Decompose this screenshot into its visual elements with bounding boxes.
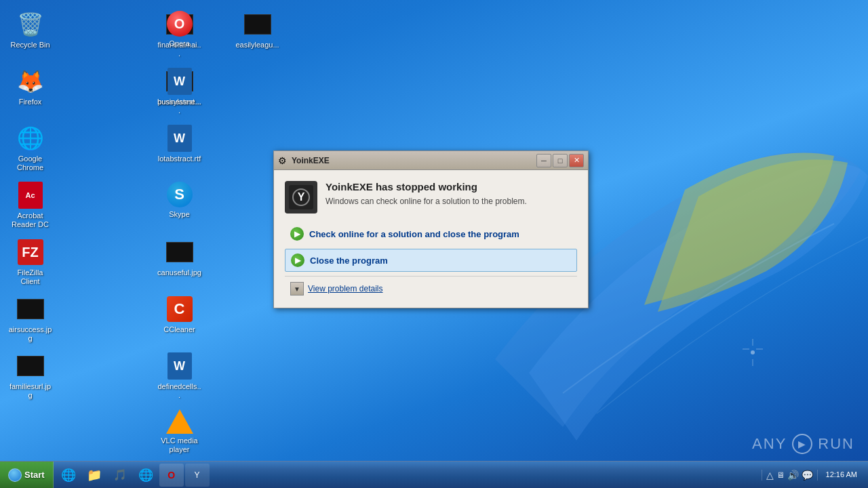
dialog-titlebar[interactable]: ⚙ YoinkEXE ─ □ ✕ bbox=[274, 151, 588, 170]
acrobat-icon: Ac bbox=[17, 182, 44, 209]
tray-msg-icon[interactable]: 💬 bbox=[802, 470, 813, 481]
taskbar-yoink[interactable]: Y bbox=[185, 464, 210, 487]
dialog-header: Y YoinkEXE has stopped working Windows c… bbox=[285, 181, 577, 214]
dialog-header-text: YoinkEXE has stopped working Windows can… bbox=[326, 181, 527, 206]
icon-firefox[interactable]: 🦊 Firefox bbox=[5, 65, 56, 119]
svg-point-0 bbox=[751, 350, 755, 354]
opera-label: Opera bbox=[169, 39, 190, 48]
vlc-label: VLC media player bbox=[157, 436, 202, 454]
action2-arrow-icon: ▶ bbox=[291, 253, 304, 267]
familiesurl-icon bbox=[17, 352, 44, 380]
tray-network-icon[interactable]: 🖥 bbox=[776, 470, 785, 480]
action1-arrow-icon: ▶ bbox=[290, 227, 304, 241]
icon-acrobat[interactable]: Ac Acrobat Reader DC bbox=[5, 179, 56, 233]
definedcells-icon bbox=[166, 352, 193, 380]
clock-time: 12:16 AM bbox=[826, 470, 857, 480]
easilyleagu-label: easilyleagu... bbox=[235, 41, 279, 49]
icon-recycle-bin[interactable]: 🗑️ Recycle Bin bbox=[5, 8, 56, 62]
tray-volume-icon[interactable]: 🔊 bbox=[787, 470, 799, 481]
taskbar-explorer[interactable]: 📁 bbox=[82, 464, 106, 487]
close-button[interactable]: ✕ bbox=[569, 154, 584, 167]
firefox-icon: 🦊 bbox=[17, 68, 44, 95]
opera-icon: O bbox=[167, 11, 193, 37]
taskbar-ie[interactable]: 🌐 bbox=[56, 464, 81, 487]
chrome-icon: 🌐 bbox=[17, 125, 44, 152]
ie-icon: 🌐 bbox=[61, 468, 76, 483]
action2-text: Close the program bbox=[310, 256, 388, 266]
vlc-icon bbox=[166, 409, 193, 434]
taskbar-chrome-icon: 🌐 bbox=[138, 468, 153, 483]
chrome-label: Google Chrome bbox=[7, 155, 53, 172]
dialog-title-icon: ⚙ bbox=[278, 155, 289, 166]
filezilla-icon: FZ bbox=[17, 239, 44, 266]
action1-text: Check online for a solution and close th… bbox=[309, 229, 519, 239]
icon-opera[interactable]: O Opera bbox=[154, 8, 205, 62]
icon-ccleaner[interactable]: C CCleaner bbox=[154, 293, 205, 347]
dialog-title-text: YoinkEXE bbox=[292, 156, 534, 165]
start-label: Start bbox=[24, 470, 45, 480]
skype-icon: S bbox=[167, 182, 193, 207]
taskbar-items: 🌐 📁 🎵 🌐 O Y bbox=[54, 462, 212, 488]
taskbar-opera-icon: O bbox=[167, 470, 175, 481]
icon-easilyleagu[interactable]: easilyleagu... bbox=[232, 8, 283, 62]
desktop: 🗑️ Recycle Bin Ac Acrobat Reader DC fami… bbox=[0, 0, 868, 488]
acrobat-label: Acrobat Reader DC bbox=[7, 211, 53, 229]
svg-text:Y: Y bbox=[298, 191, 305, 203]
problem-details-text: View problem details bbox=[308, 284, 383, 293]
dialog-content: Y YoinkEXE has stopped working Windows c… bbox=[274, 170, 588, 308]
minimize-button[interactable]: ─ bbox=[536, 154, 551, 167]
ccleaner-icon: C bbox=[166, 296, 193, 323]
icon-chrome[interactable]: 🌐 Google Chrome bbox=[5, 122, 56, 176]
icon-definedcells[interactable]: definedcells... bbox=[154, 350, 205, 404]
explorer-icon: 📁 bbox=[87, 468, 102, 483]
ccleaner-label: CCleaner bbox=[163, 325, 195, 334]
skype-label: Skype bbox=[169, 210, 190, 219]
error-app-icon: Y bbox=[285, 181, 317, 214]
icon-familiesurl[interactable]: familiesurl.jpg bbox=[5, 350, 56, 404]
canuseful-label: canuseful.jpg bbox=[157, 268, 201, 277]
taskbar-yoink-icon: Y bbox=[195, 470, 200, 480]
tray-icons: △ 🖥 🔊 💬 bbox=[762, 470, 818, 481]
taskbar-chrome[interactable]: 🌐 bbox=[134, 464, 158, 487]
icon-canuseful[interactable]: canuseful.jpg bbox=[154, 236, 205, 290]
recycle-bin-label: Recycle Bin bbox=[10, 41, 50, 49]
businessne-icon bbox=[166, 68, 193, 95]
icon-skype[interactable]: S Skype bbox=[154, 179, 205, 233]
icon-airsuccess[interactable]: airsuccess.jpg bbox=[5, 293, 56, 347]
dialog-description: Windows can check online for a solution … bbox=[326, 197, 527, 206]
taskbar: Start 🌐 📁 🎵 🌐 O Y △ bbox=[0, 461, 868, 488]
start-button[interactable]: Start bbox=[0, 462, 54, 489]
icon-vlc[interactable]: VLC media player bbox=[154, 407, 205, 461]
recycle-bin-icon: 🗑️ bbox=[17, 11, 44, 38]
anyrun-text: ANY bbox=[752, 435, 787, 453]
expand-icon[interactable]: ▼ bbox=[290, 282, 304, 296]
start-orb-icon bbox=[8, 468, 22, 482]
icon-businessne[interactable]: businessne... bbox=[154, 65, 205, 119]
canuseful-icon bbox=[166, 239, 193, 266]
anyrun-watermark: ANY ▶ RUN bbox=[752, 434, 854, 454]
filezilla-label: FileZilla Client bbox=[7, 268, 53, 286]
clock[interactable]: 12:16 AM bbox=[821, 470, 863, 480]
airsuccess-icon bbox=[17, 296, 44, 323]
airsuccess-label: airsuccess.jpg bbox=[7, 325, 53, 343]
familiesurl-label: familiesurl.jpg bbox=[7, 382, 53, 400]
action-check-online[interactable]: ▶ Check online for a solution and close … bbox=[285, 223, 577, 245]
icon-lotabstract[interactable]: lotabstract.rtf bbox=[154, 122, 205, 176]
icon-filezilla[interactable]: FZ FileZilla Client bbox=[5, 236, 56, 290]
taskbar-opera[interactable]: O bbox=[159, 464, 184, 487]
media-icon: 🎵 bbox=[113, 468, 127, 481]
view-problem-details[interactable]: ▼ View problem details bbox=[285, 276, 577, 300]
anyrun-play-icon: ▶ bbox=[792, 434, 812, 454]
tray-arrow-icon[interactable]: △ bbox=[766, 470, 774, 481]
maximize-button[interactable]: □ bbox=[553, 154, 568, 167]
anyrun-run-text: RUN bbox=[818, 435, 854, 453]
action-close-program[interactable]: ▶ Close the program bbox=[285, 249, 577, 272]
businessne-label: businessne... bbox=[157, 98, 201, 106]
definedcells-label: definedcells... bbox=[157, 382, 202, 400]
error-dialog[interactable]: ⚙ YoinkEXE ─ □ ✕ Y bbox=[273, 150, 589, 308]
easilyleagu-icon bbox=[244, 11, 271, 38]
firefox-label: Firefox bbox=[19, 98, 42, 106]
dialog-main-title: YoinkEXE has stopped working bbox=[326, 181, 527, 192]
titlebar-buttons: ─ □ ✕ bbox=[536, 154, 584, 167]
taskbar-media[interactable]: 🎵 bbox=[108, 464, 132, 487]
